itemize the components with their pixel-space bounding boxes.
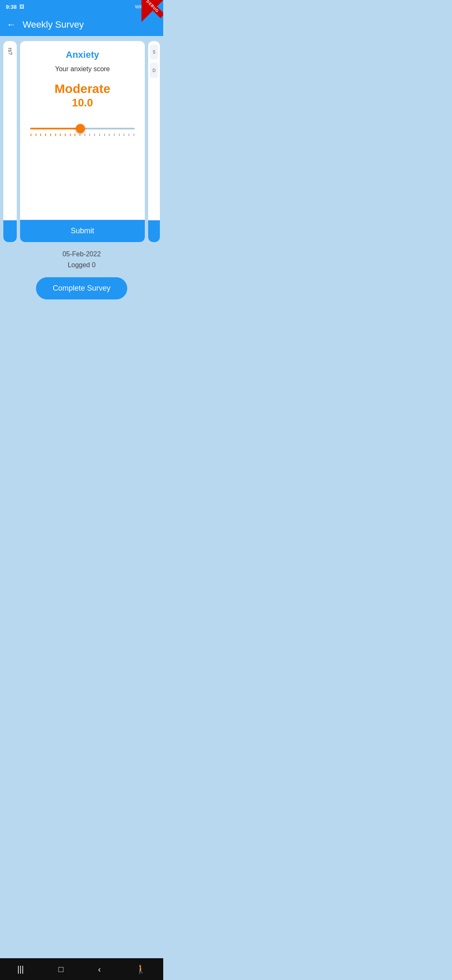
card-title: Anxiety [66,49,99,60]
status-left: 9:38 🖼 [6,4,24,10]
partial-box-1: S [150,44,158,59]
bottom-section: 05-Feb-2022 Logged 0 Complete Survey [29,242,134,308]
back-button[interactable]: ← [7,20,16,29]
status-time: 9:38 [6,4,17,10]
card-main: Anxiety Your anxiety score Moderate 10.0 [20,41,145,242]
anxiety-slider[interactable] [30,128,135,129]
signal-icon: ▐▌ [146,4,152,9]
card-main-body: Anxiety Your anxiety score Moderate 10.0 [20,41,145,220]
slider-container [27,119,138,139]
card-right-body: S D [148,41,160,220]
status-bar: 9:38 🖼 WiFi ▐▌ ▓ DEBUG [0,0,163,13]
main-content: rs? Anxiety Your anxiety score Moderate … [0,36,163,313]
card-right-footer [148,220,160,242]
score-value: 10.0 [72,96,93,109]
status-right: WiFi ▐▌ ▓ DEBUG [135,4,157,9]
card-left-body: rs? [3,41,17,220]
range-wrapper[interactable] [30,123,135,134]
battery-icon: ▓ [154,4,157,9]
header: ← Weekly Survey [0,13,163,36]
card-right-partial: S D [148,41,160,242]
card-left-footer [3,220,17,242]
card-subtitle: Your anxiety score [55,65,110,73]
photo-icon: 🖼 [19,4,24,10]
wifi-icon: WiFi [135,4,144,9]
score-label: Moderate [54,81,110,96]
partial-box-2: D [150,63,158,78]
card-main-footer: Submit [20,220,145,242]
card-left-partial: rs? [3,41,17,242]
page-title: Weekly Survey [23,19,84,30]
submit-button[interactable]: Submit [71,227,94,235]
cards-carousel: rs? Anxiety Your anxiety score Moderate … [0,41,163,242]
complete-survey-button[interactable]: Complete Survey [36,277,127,299]
partial-box-1-text: S [153,50,156,54]
date-text: 05-Feb-2022 [62,250,101,258]
logged-text: Logged 0 [68,261,96,269]
partial-box-2-text: D [152,68,155,73]
card-left-text: rs? [7,48,13,55]
